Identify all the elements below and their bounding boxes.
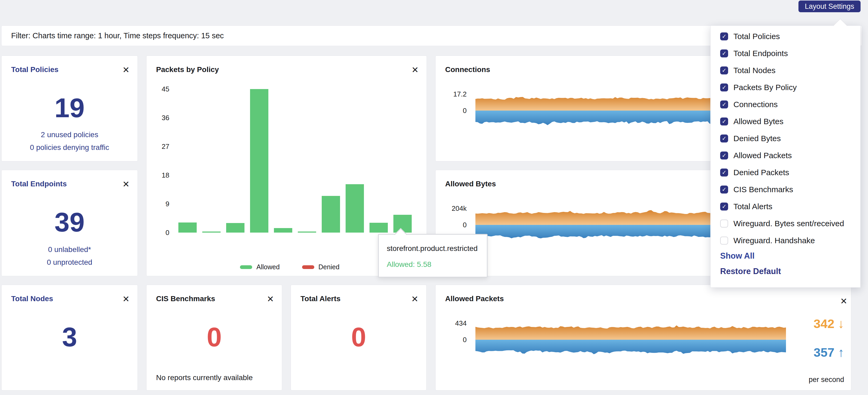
close-icon[interactable]: ✕ xyxy=(840,297,847,306)
card-connections-title: Connections xyxy=(445,65,490,74)
layout-item-total-policies[interactable]: ✓Total Policies xyxy=(711,28,860,45)
checkbox-checked-icon[interactable]: ✓ xyxy=(720,117,728,125)
close-icon[interactable]: ✕ xyxy=(122,180,129,189)
layout-item-label: Total Nodes xyxy=(734,66,775,75)
layout-item-wireguard-bytes-sent-received[interactable]: Wireguard. Bytes sent/received xyxy=(711,215,860,232)
card-total-endpoints-title: Total Endpoints xyxy=(11,180,67,188)
checkbox-checked-icon[interactable]: ✓ xyxy=(720,202,728,210)
bar-ytick-45: 45 xyxy=(147,85,169,93)
close-icon[interactable]: ✕ xyxy=(122,65,129,75)
layout-item-label: Connections xyxy=(734,100,778,109)
tooltip-policy-name: storefront.product.restricted xyxy=(387,244,477,253)
close-icon[interactable]: ✕ xyxy=(267,294,274,304)
layout-item-label: Total Alerts xyxy=(734,202,772,211)
bar-allowed-1[interactable] xyxy=(202,231,221,233)
layout-item-label: Packets By Policy xyxy=(734,83,797,92)
close-icon[interactable]: ✕ xyxy=(411,294,418,304)
bar-allowed-2[interactable] xyxy=(226,223,245,233)
layout-item-allowed-bytes[interactable]: ✓Allowed Bytes xyxy=(711,113,860,130)
checkbox-checked-icon[interactable]: ✓ xyxy=(720,151,728,160)
layout-settings-panel: ✓Total Policies✓Total Endpoints✓Total No… xyxy=(710,26,861,288)
legend-item-allowed: Allowed xyxy=(240,263,280,271)
total-endpoints-value: 39 xyxy=(2,207,137,237)
layout-item-label: CIS Benchmarks xyxy=(734,185,793,194)
restore-default-link[interactable]: Restore Default xyxy=(720,266,781,276)
total-endpoints-sub2: 0 unprotected xyxy=(2,258,137,267)
card-allowed-packets: Allowed Packets ✕ 434 0 342 ↓ 357 ↑ per … xyxy=(435,285,851,391)
inbound-rate: 357 ↑ xyxy=(814,345,844,360)
bar-allowed-6[interactable] xyxy=(322,196,340,233)
area-series-out xyxy=(475,326,786,340)
checkbox-checked-icon[interactable]: ✓ xyxy=(720,50,728,57)
connections-ytick-0: 0 xyxy=(437,107,467,115)
layout-item-total-nodes[interactable]: ✓Total Nodes xyxy=(711,62,860,79)
rate-unit-label: per second xyxy=(809,375,844,384)
bar-chart-plot[interactable] xyxy=(174,89,414,233)
area-series-in xyxy=(475,340,786,354)
bar-ytick-27: 27 xyxy=(147,142,169,150)
checkbox-checked-icon[interactable]: ✓ xyxy=(720,83,728,91)
card-total-nodes: Total Nodes ✕ 3 xyxy=(1,285,138,391)
bar-allowed-4[interactable] xyxy=(274,228,292,233)
layout-settings-items: ✓Total Policies✓Total Endpoints✓Total No… xyxy=(711,28,860,249)
checkbox-checked-icon[interactable]: ✓ xyxy=(720,186,728,194)
layout-item-allowed-packets[interactable]: ✓Allowed Packets xyxy=(711,147,860,164)
layout-item-cis-benchmarks[interactable]: ✓CIS Benchmarks xyxy=(711,181,860,198)
close-icon[interactable]: ✕ xyxy=(411,65,418,75)
layout-settings-label: Layout Settings xyxy=(805,2,854,11)
bar-allowed-0[interactable] xyxy=(178,223,197,233)
close-icon[interactable]: ✕ xyxy=(122,294,129,304)
allowed-bytes-ytick-0: 0 xyxy=(437,221,467,229)
checkbox-checked-icon[interactable]: ✓ xyxy=(720,101,728,109)
layout-item-label: Denied Bytes xyxy=(734,134,781,143)
arrow-down-icon: ↓ xyxy=(838,317,844,331)
total-alerts-value: 0 xyxy=(291,322,426,352)
checkbox-checked-icon[interactable]: ✓ xyxy=(720,32,728,40)
total-policies-value: 19 xyxy=(2,93,137,123)
layout-settings-button[interactable]: Layout Settings xyxy=(799,1,861,12)
layout-item-label: Total Policies xyxy=(734,32,780,41)
legend-swatch-icon xyxy=(302,265,314,269)
layout-item-denied-packets[interactable]: ✓Denied Packets xyxy=(711,164,860,181)
show-all-link[interactable]: Show All xyxy=(720,251,755,261)
bar-allowed-8[interactable] xyxy=(370,223,388,233)
bar-ytick-18: 18 xyxy=(147,171,169,179)
bar-allowed-7[interactable] xyxy=(346,184,364,233)
card-cis-benchmarks-title: CIS Benchmarks xyxy=(156,294,215,303)
layout-item-label: Allowed Bytes xyxy=(734,117,783,126)
bar-ytick-9: 9 xyxy=(147,200,169,208)
bar-allowed-3[interactable] xyxy=(250,89,268,233)
layout-item-label: Wireguard. Bytes sent/received xyxy=(734,219,844,228)
connections-ytick-max: 17.2 xyxy=(437,90,467,98)
layout-item-total-endpoints[interactable]: ✓Total Endpoints xyxy=(711,45,860,62)
card-total-policies: Total Policies ✕ 19 2 unused policies 0 … xyxy=(1,56,138,161)
card-cis-benchmarks: CIS Benchmarks ✕ 0 No reports currently … xyxy=(146,285,282,391)
card-total-policies-title: Total Policies xyxy=(11,65,58,74)
card-total-alerts: Total Alerts ✕ 0 xyxy=(291,285,427,391)
total-policies-sub2: 0 policies denying traffic xyxy=(2,143,137,152)
dashboard-root: Layout Settings Filter: Charts time rang… xyxy=(0,0,868,395)
layout-item-connections[interactable]: ✓Connections xyxy=(711,96,860,113)
card-packets-by-policy-title: Packets by Policy xyxy=(156,65,219,74)
bar-chart-legend: AllowedDenied xyxy=(240,263,340,271)
layout-item-denied-bytes[interactable]: ✓Denied Bytes xyxy=(711,130,860,147)
layout-item-total-alerts[interactable]: ✓Total Alerts xyxy=(711,198,860,215)
card-allowed-bytes-title: Allowed Bytes xyxy=(445,180,496,188)
legend-swatch-icon xyxy=(240,265,252,269)
cis-benchmarks-value: 0 xyxy=(147,322,282,352)
total-nodes-value: 3 xyxy=(2,322,137,352)
checkbox-unchecked-icon[interactable] xyxy=(720,236,728,245)
bar-allowed-5[interactable] xyxy=(298,231,316,233)
chart-tooltip: storefront.product.restricted Allowed: 5… xyxy=(378,234,488,278)
card-total-endpoints: Total Endpoints ✕ 39 0 unlabelled* 0 unp… xyxy=(1,170,138,276)
checkbox-checked-icon[interactable]: ✓ xyxy=(720,66,728,75)
allowed-packets-ytick-0: 0 xyxy=(437,336,467,344)
layout-item-wireguard-handshake[interactable]: Wireguard. Handshake xyxy=(711,232,860,249)
checkbox-checked-icon[interactable]: ✓ xyxy=(720,169,728,176)
total-endpoints-sub1: 0 unlabelled* xyxy=(2,245,137,254)
layout-item-label: Wireguard. Handshake xyxy=(734,236,815,245)
tooltip-allowed-value: Allowed: 5.58 xyxy=(387,260,431,269)
checkbox-unchecked-icon[interactable] xyxy=(720,220,728,228)
checkbox-checked-icon[interactable]: ✓ xyxy=(720,135,728,142)
layout-item-packets-by-policy[interactable]: ✓Packets By Policy xyxy=(711,79,860,96)
